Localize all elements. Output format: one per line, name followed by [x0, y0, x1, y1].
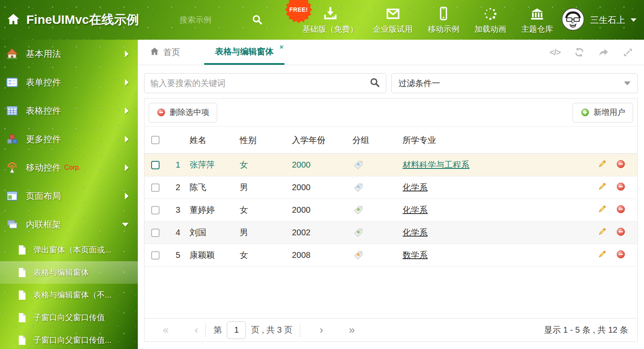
- next-page-icon[interactable]: ›: [319, 325, 323, 335]
- chevron-right-icon: [125, 79, 129, 86]
- edit-icon[interactable]: [597, 159, 607, 171]
- home-icon: [7, 13, 20, 28]
- page-number-input[interactable]: [227, 321, 246, 339]
- main-content: 首页 表格与编辑窗体 × </> 过滤条件一: [138, 40, 644, 349]
- page-icon: [18, 267, 27, 278]
- major-link[interactable]: 化学系: [403, 228, 428, 237]
- prev-page-icon[interactable]: ‹: [195, 325, 198, 335]
- tab-grid-edit-window[interactable]: 表格与编辑窗体 ×: [204, 40, 284, 65]
- first-page-icon[interactable]: «: [163, 325, 169, 335]
- sidebar-subitem-grid-edit-window[interactable]: 表格与编辑窗体: [0, 261, 138, 284]
- nav-item-mobile-demo[interactable]: 移动示例: [428, 5, 459, 35]
- sidebar-subitem-popup-window[interactable]: 弹出窗体（本页面或...: [0, 239, 138, 261]
- user-name: 三生石上: [590, 14, 625, 26]
- select-all-checkbox[interactable]: [151, 136, 160, 144]
- row-checkbox[interactable]: [151, 251, 160, 260]
- edit-icon[interactable]: [597, 250, 607, 261]
- phone-icon: [436, 5, 451, 21]
- close-icon[interactable]: ×: [279, 43, 284, 51]
- table-row[interactable]: 4 刘国 男 2002 化学系: [145, 222, 637, 244]
- last-page-icon[interactable]: »: [349, 325, 355, 335]
- table-row[interactable]: 1 张萍萍 女 2000 材料科学与工程系: [145, 154, 637, 176]
- edit-icon[interactable]: [597, 227, 607, 239]
- column-header: 性别: [240, 135, 292, 146]
- header-search-input[interactable]: [180, 15, 246, 25]
- sidebar-item-more-controls[interactable]: 更多控件: [0, 125, 138, 153]
- user-menu[interactable]: 三生石上: [561, 0, 636, 40]
- major-link[interactable]: 数学系: [403, 250, 428, 260]
- row-checkbox[interactable]: [151, 161, 160, 169]
- brand[interactable]: FineUIMvc在线示例: [7, 0, 139, 40]
- tag-icon: [352, 228, 403, 238]
- delete-icon[interactable]: [616, 204, 626, 216]
- sidebar-subitem-child-to-parent-alt[interactable]: 子窗口向父窗口传值...: [0, 329, 138, 349]
- table-row[interactable]: 2 陈飞 男 2000 化学系: [145, 176, 637, 199]
- delete-icon[interactable]: [616, 227, 626, 239]
- nav-item-label: 主题仓库: [521, 24, 553, 35]
- tab-home[interactable]: 首页: [150, 40, 180, 65]
- sidebar-item-grid-controls[interactable]: 表格控件: [0, 97, 138, 125]
- expand-icon[interactable]: [623, 47, 633, 58]
- sidebar-subitem-label: 弹出窗体（本页面或...: [33, 245, 112, 255]
- sidebar-subitem-grid-edit-window-alt[interactable]: 表格与编辑窗体（不...: [0, 284, 138, 306]
- form-icon: [6, 76, 18, 89]
- sidebar-item-form-controls[interactable]: 表单控件: [0, 68, 138, 97]
- edit-icon[interactable]: [597, 204, 607, 216]
- nav-item-theme-repo[interactable]: 主题仓库: [521, 5, 553, 35]
- major-link[interactable]: 化学系: [403, 205, 428, 214]
- row-checkbox[interactable]: [151, 229, 160, 237]
- app-header: FineUIMvc在线示例 FREE! 基础版（免费） 企业版试用: [0, 0, 644, 40]
- row-index: 3: [166, 205, 190, 215]
- sidebar-item-label: 基本用法: [26, 48, 61, 60]
- tag-icon: [352, 250, 403, 260]
- delete-icon[interactable]: [616, 159, 626, 171]
- nav-item-loading-animation[interactable]: 加载动画: [474, 5, 506, 35]
- grid-empty-space: [145, 267, 637, 318]
- sidebar-subitem-child-to-parent[interactable]: 子窗口向父窗口传值: [0, 306, 138, 329]
- sidebar-subitem-label: 表格与编辑窗体: [33, 267, 89, 278]
- chevron-down-icon: [122, 223, 129, 227]
- keyword-search[interactable]: [144, 73, 386, 93]
- table-row[interactable]: 3 董婷婷 女 2000 化学系: [145, 199, 637, 222]
- delete-icon[interactable]: [616, 250, 626, 261]
- major-link[interactable]: 材料科学与工程系: [403, 160, 469, 169]
- header-search[interactable]: [180, 0, 251, 40]
- delete-icon[interactable]: [616, 182, 626, 194]
- cell-year: 2000: [292, 205, 352, 215]
- share-icon[interactable]: [598, 47, 609, 58]
- envelope-icon: [385, 5, 401, 21]
- caret-down-icon: [624, 82, 631, 85]
- search-icon[interactable]: [369, 77, 380, 89]
- keyword-search-input[interactable]: [150, 79, 369, 88]
- major-link[interactable]: 化学系: [403, 183, 428, 192]
- pagination-bar: « ‹ 第 页 , 共 3 页 › » 显示 1 - 5 条 , 共 12 条: [145, 318, 637, 341]
- table-row[interactable]: 5 康颖颖 女 2008 数学系: [145, 244, 637, 267]
- search-icon[interactable]: [251, 14, 263, 27]
- refresh-icon[interactable]: [574, 47, 585, 58]
- tag-icon: [352, 160, 403, 170]
- filter-dropdown[interactable]: 过滤条件一: [391, 73, 638, 93]
- add-user-button[interactable]: 新增用户: [573, 103, 633, 122]
- page-prefix: 第: [213, 324, 222, 336]
- tab-label: 表格与编辑窗体: [215, 46, 274, 57]
- download-icon: [323, 5, 338, 21]
- cell-year: 2008: [292, 250, 352, 260]
- column-header: 所学专业: [403, 135, 583, 146]
- code-icon[interactable]: </>: [550, 48, 560, 57]
- sidebar-item-inline-frames[interactable]: 内联框架: [0, 210, 138, 239]
- sidebar-item-mobile-controls[interactable]: 移动控件 Corp.: [0, 153, 138, 182]
- nav-item-basic-edition[interactable]: 基础版（免费）: [302, 5, 358, 35]
- row-checkbox[interactable]: [151, 206, 160, 214]
- cell-year: 2000: [292, 160, 352, 170]
- column-header: 入学年份: [292, 135, 352, 146]
- table-icon: [6, 104, 18, 117]
- nav-item-enterprise-trial[interactable]: 企业版试用: [373, 5, 413, 35]
- row-checkbox[interactable]: [151, 183, 160, 192]
- sidebar-item-page-layout[interactable]: 页面布局: [0, 182, 138, 210]
- edit-icon[interactable]: [597, 182, 607, 194]
- delete-selected-button[interactable]: 删除选中项: [149, 103, 217, 122]
- row-index: 4: [166, 228, 190, 237]
- page-icon: [18, 335, 27, 345]
- sidebar-item-label: 表格控件: [26, 105, 61, 117]
- sidebar-item-basic-usage[interactable]: 基本用法: [0, 40, 138, 68]
